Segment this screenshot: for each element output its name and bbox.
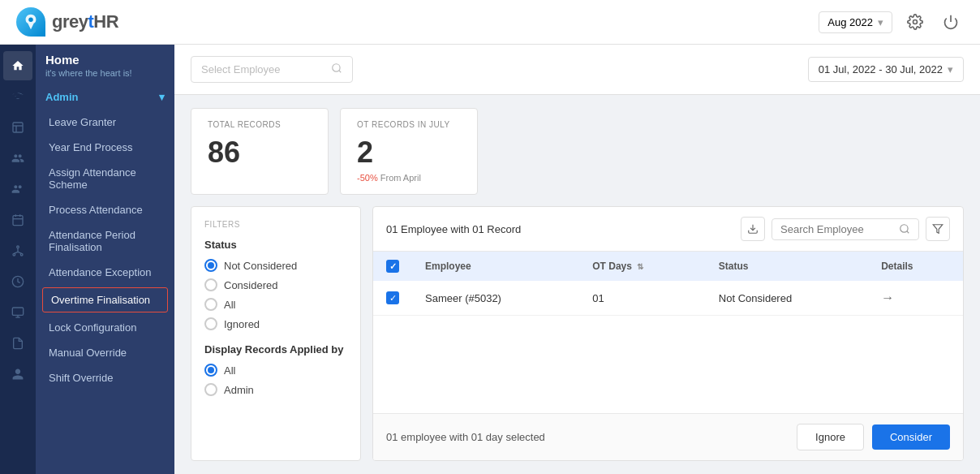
sidebar-icon-attendance[interactable] (3, 175, 32, 204)
svg-line-15 (18, 252, 22, 253)
sidebar-item-admin[interactable]: Admin ▾ (36, 84, 174, 110)
filter-ignored-label: Ignored (224, 318, 260, 330)
download-button[interactable] (741, 217, 765, 241)
col-details: Details (868, 252, 963, 281)
logo-icon (16, 7, 45, 37)
display-filter-group: Display Records Applied by All Admin (204, 343, 347, 396)
details-arrow[interactable]: → (881, 291, 894, 304)
filter-all[interactable]: All (204, 298, 347, 311)
col-employee: Employee (412, 252, 579, 281)
filter-display-admin-label: Admin (224, 384, 254, 396)
filter-ignored[interactable]: Ignored (204, 317, 347, 330)
sidebar-icon-branch[interactable] (3, 236, 32, 265)
svg-rect-6 (13, 216, 23, 226)
svg-point-12 (20, 253, 23, 256)
sidebar-icon-people[interactable] (3, 144, 32, 173)
ot-records-sub: -50% From April (357, 173, 461, 183)
sidebar-item-year-end[interactable]: Year End Process (36, 135, 174, 160)
search-box (772, 218, 919, 240)
footer-text: 01 employee with 01 day selected (386, 431, 789, 443)
sidebar-item-lock-configuration[interactable]: Lock Configuration (36, 315, 174, 340)
sidebar-icon-leave[interactable] (3, 113, 32, 142)
select-all-checkbox[interactable]: ✓ (386, 260, 399, 273)
sidebar-item-attendance-period[interactable]: Attendance Period Finalisation (36, 222, 174, 260)
radio-ignored[interactable] (204, 317, 217, 330)
results-panel: 01 Employee with 01 Record (372, 206, 964, 461)
filter-display-all[interactable]: All (204, 364, 347, 377)
sidebar-item-overtime-finalisation[interactable]: Overtime Finalisation (42, 287, 168, 312)
status-filter-group: Status Not Considered Considered All (204, 239, 347, 330)
filters-panel: FILTERS Status Not Considered Considered (191, 206, 361, 461)
display-group-title: Display Records Applied by (204, 343, 347, 356)
sidebar-icon-user[interactable] (3, 360, 32, 389)
search-employee-input[interactable] (780, 223, 894, 235)
select-employee-dropdown[interactable]: Select Employee (191, 56, 353, 83)
filter-not-considered[interactable]: Not Considered (204, 259, 347, 272)
search-icon (899, 223, 910, 235)
radio-all[interactable] (204, 298, 217, 311)
ignore-button[interactable]: Ignore (797, 424, 864, 450)
select-employee-text: Select Employee (201, 63, 281, 75)
row-status: Not Considered (706, 281, 868, 316)
settings-icon[interactable] (902, 9, 928, 35)
date-range-text: 01 Jul, 2022 - 30 Jul, 2022 (819, 63, 943, 75)
month-selector[interactable]: Aug 2022 ▾ (819, 11, 892, 33)
filter-display-admin[interactable]: Admin (204, 383, 347, 396)
logo-area: greytHR (16, 7, 118, 37)
sidebar-item-manual-override[interactable]: Manual Override (36, 340, 174, 365)
total-records-card: TOTAL RECORDS 86 (191, 108, 329, 195)
total-records-value: 86 (208, 136, 312, 170)
sidebar-item-assign-attendance[interactable]: Assign Attendance Scheme (36, 160, 174, 197)
sidebar-item-process-attendance[interactable]: Process Attendance (36, 197, 174, 222)
ot-from-text: From April (380, 173, 421, 183)
consider-button[interactable]: Consider (872, 424, 950, 450)
filter-button[interactable] (926, 217, 950, 241)
sidebar-icon-col (0, 45, 36, 474)
radio-display-all[interactable] (204, 364, 217, 377)
power-icon[interactable] (938, 9, 964, 35)
svg-line-24 (907, 231, 909, 234)
table-row: ✓ Sameer (#5032) 01 Not Considered → (373, 281, 963, 316)
filter-considered-label: Considered (224, 279, 278, 291)
sidebar-icon-report[interactable] (3, 329, 32, 358)
logo-text: greytHR (52, 11, 118, 32)
admin-label: Admin (45, 91, 78, 103)
date-range-selector[interactable]: 01 Jul, 2022 - 30 Jul, 2022 ▾ (808, 57, 964, 82)
content-area: Select Employee 01 Jul, 2022 - 30 Jul, 2… (174, 45, 980, 474)
sidebar-icon-calendar[interactable] (3, 205, 32, 235)
sidebar-item-shift-override[interactable]: Shift Override (36, 365, 174, 390)
main-layout: Home it's where the heart is! Admin ▾ Le… (0, 45, 980, 474)
svg-line-14 (14, 252, 18, 253)
sidebar-icon-monitor[interactable] (3, 298, 32, 327)
home-subtitle: it's where the heart is! (45, 68, 132, 78)
col-status: Status (706, 252, 868, 281)
sidebar-icon-home[interactable] (3, 51, 32, 80)
filters-title: FILTERS (204, 220, 347, 229)
row-employee: Sameer (#5032) (412, 281, 579, 316)
table-body: ✓ Sameer (#5032) 01 Not Considered → (373, 281, 963, 316)
filter-considered[interactable]: Considered (204, 278, 347, 291)
col-checkbox: ✓ (373, 252, 412, 281)
sidebar-icon-clock[interactable] (3, 267, 32, 296)
sidebar-item-leave-granter[interactable]: Leave Granter (36, 110, 174, 135)
svg-point-10 (17, 246, 19, 248)
sidebar-text-col: Home it's where the heart is! Admin ▾ Le… (36, 45, 174, 474)
results-count: 01 Employee with 01 Record (386, 223, 521, 235)
total-records-label: TOTAL RECORDS (208, 120, 312, 129)
radio-considered[interactable] (204, 278, 217, 291)
filter-display-all-label: All (224, 364, 235, 377)
filter-all-label: All (224, 299, 235, 311)
radio-display-admin[interactable] (204, 383, 217, 396)
svg-point-11 (13, 253, 15, 256)
status-group-title: Status (204, 239, 347, 251)
svg-point-1 (913, 20, 918, 24)
svg-rect-3 (13, 123, 23, 132)
ot-records-card: OT RECORDS IN JULY 2 -50% From April (340, 108, 478, 195)
sidebar-item-attendance-exception[interactable]: Attendance Exception (36, 260, 174, 285)
row-checkbox[interactable]: ✓ (386, 291, 399, 304)
radio-not-considered[interactable] (204, 259, 217, 272)
top-header: greytHR Aug 2022 ▾ (0, 0, 980, 45)
stats-row: TOTAL RECORDS 86 OT RECORDS IN JULY 2 -5… (191, 108, 964, 195)
sidebar-icon-wifi[interactable] (3, 82, 32, 111)
svg-point-0 (28, 18, 33, 23)
